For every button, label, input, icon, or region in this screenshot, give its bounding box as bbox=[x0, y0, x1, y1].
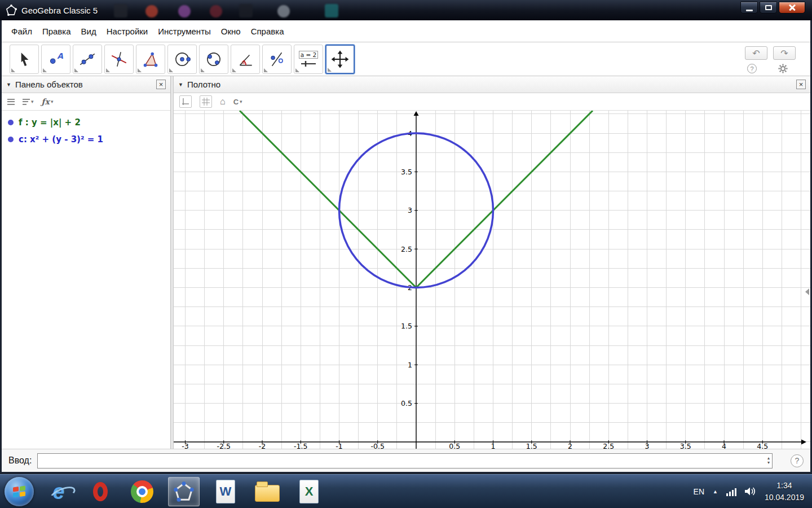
input-history-spinner[interactable]: ▴ ▾ bbox=[767, 456, 770, 465]
tray-expand-icon[interactable]: ▲ bbox=[713, 489, 718, 494]
word-icon: W bbox=[216, 480, 235, 503]
glass-artifact bbox=[114, 4, 127, 17]
input-help-button[interactable]: ? bbox=[791, 454, 804, 467]
svg-text:1: 1 bbox=[408, 361, 412, 369]
menu-settings[interactable]: Настройки bbox=[102, 23, 153, 40]
geogebra-window: GeoGebra Classic 5 Файл Правка Вид Настр… bbox=[0, 0, 812, 508]
sort-objects-button[interactable]: ▾ bbox=[23, 99, 34, 105]
angle-icon: α bbox=[236, 50, 255, 69]
svg-text:2: 2 bbox=[568, 442, 572, 449]
graph-plot[interactable]: -3-2.5-2-1.5-1-0.50.511.522.533.544.50.5… bbox=[174, 111, 810, 449]
graphics-panel-header: ▼ Полотно × bbox=[174, 76, 810, 93]
maximize-button[interactable] bbox=[760, 2, 777, 14]
taskbar-excel[interactable]: X bbox=[293, 477, 325, 506]
menu-view[interactable]: Вид bbox=[76, 23, 102, 40]
taskbar-word[interactable]: W bbox=[210, 477, 241, 506]
glass-artifact bbox=[210, 5, 222, 17]
undo-button[interactable]: ↶ bbox=[745, 46, 767, 60]
graphics-panel: ▼ Полотно × bbox=[174, 76, 810, 449]
taskbar-internet-explorer[interactable]: e bbox=[43, 477, 74, 506]
svg-text:-0.5: -0.5 bbox=[371, 442, 385, 449]
move-graphics-view-tool[interactable] bbox=[325, 45, 355, 74]
folder-icon bbox=[255, 485, 280, 502]
object-list: f : y = |x| + 2 c: x² + (y - 3)² = 1 bbox=[2, 111, 170, 148]
object-equation: c: x² + (y - 3)² = 1 bbox=[19, 134, 103, 144]
show-grid-button[interactable] bbox=[200, 95, 212, 108]
graphics-close-button[interactable]: × bbox=[796, 80, 806, 89]
menu-window[interactable]: Окно bbox=[216, 23, 246, 40]
help-icon[interactable]: ? bbox=[747, 64, 757, 73]
opera-icon bbox=[93, 482, 108, 501]
network-icon[interactable] bbox=[726, 487, 736, 496]
volume-icon[interactable] bbox=[745, 487, 756, 496]
clock[interactable]: 1:34 10.04.2019 bbox=[765, 480, 804, 503]
circle-icon bbox=[173, 50, 192, 69]
reflection-tool[interactable] bbox=[262, 45, 292, 74]
fx-format-button[interactable]: ƒx ▾ bbox=[42, 97, 54, 106]
toolbar: A bbox=[2, 42, 810, 76]
taskbar-geogebra-active[interactable] bbox=[168, 477, 200, 506]
svg-text:1.5: 1.5 bbox=[526, 442, 537, 449]
standard-view-button[interactable]: ⌂ bbox=[220, 97, 226, 107]
slider-tool-label: a = 2 bbox=[299, 51, 319, 59]
svg-text:1.5: 1.5 bbox=[401, 322, 412, 330]
minimize-button[interactable] bbox=[740, 2, 758, 14]
menu-file[interactable]: Файл bbox=[6, 23, 37, 40]
start-button[interactable] bbox=[5, 477, 34, 506]
algebra-panel: ▼ Панель объектов × ▾ ƒx ▾ f : y = |x| bbox=[2, 76, 171, 449]
language-indicator[interactable]: EN bbox=[694, 487, 704, 496]
circle-center-point-tool[interactable] bbox=[167, 45, 197, 74]
object-row-c[interactable]: c: x² + (y - 3)² = 1 bbox=[2, 131, 170, 148]
taskbar-opera[interactable] bbox=[85, 477, 116, 506]
geogebra-icon bbox=[173, 481, 195, 502]
redo-button[interactable]: ↷ bbox=[773, 46, 796, 60]
svg-text:1: 1 bbox=[491, 442, 496, 449]
minimize-icon bbox=[746, 10, 753, 11]
angle-tool[interactable]: α bbox=[231, 45, 260, 74]
input-bar: Ввод: ▴ ▾ ? bbox=[2, 449, 810, 472]
menu-tools[interactable]: Инструменты bbox=[153, 23, 216, 40]
menu-edit[interactable]: Правка bbox=[37, 23, 76, 40]
svg-text:-3: -3 bbox=[182, 442, 188, 449]
geogebra-logo-icon bbox=[6, 5, 17, 16]
auxiliary-objects-icon[interactable] bbox=[7, 99, 15, 105]
svg-text:-2.5: -2.5 bbox=[217, 442, 231, 449]
point-icon: A bbox=[46, 50, 65, 69]
conic-tool[interactable] bbox=[199, 45, 228, 74]
slider-tool[interactable]: a = 2 bbox=[294, 45, 323, 74]
show-axes-button[interactable] bbox=[179, 95, 192, 108]
svg-text:0.5: 0.5 bbox=[449, 442, 460, 449]
command-input[interactable] bbox=[37, 453, 773, 468]
object-visibility-dot[interactable] bbox=[8, 137, 14, 142]
collapse-handle-icon[interactable] bbox=[805, 288, 809, 295]
point-capturing-button[interactable]: C ▾ bbox=[233, 98, 242, 106]
algebra-close-button[interactable]: × bbox=[156, 80, 166, 89]
cursor-icon bbox=[15, 50, 34, 69]
collapse-caret-icon[interactable]: ▼ bbox=[178, 82, 183, 87]
line-icon bbox=[78, 50, 97, 69]
menu-bar: Файл Правка Вид Настройки Инструменты Ок… bbox=[2, 20, 810, 42]
menu-help[interactable]: Справка bbox=[246, 23, 289, 40]
svg-text:3: 3 bbox=[408, 206, 412, 214]
collapse-caret-icon[interactable]: ▼ bbox=[6, 82, 11, 87]
polygon-tool[interactable] bbox=[136, 45, 165, 74]
point-tool[interactable]: A bbox=[41, 45, 70, 74]
taskbar-chrome[interactable] bbox=[126, 477, 158, 506]
object-visibility-dot[interactable] bbox=[8, 120, 14, 125]
perpendicular-line-tool[interactable] bbox=[104, 45, 134, 74]
graphics-canvas[interactable]: -3-2.5-2-1.5-1-0.50.511.522.533.544.50.5… bbox=[174, 111, 810, 449]
close-button[interactable] bbox=[779, 2, 805, 14]
toolbar-utility-icons: ? bbox=[747, 64, 788, 73]
move-select-tool[interactable] bbox=[10, 45, 39, 74]
windows-logo-icon bbox=[13, 485, 25, 497]
taskbar-folder[interactable] bbox=[251, 477, 283, 506]
graphics-panel-title: Полотно bbox=[187, 80, 220, 89]
slider-icon: a = 2 bbox=[299, 51, 319, 67]
time: 1:34 bbox=[765, 480, 804, 492]
object-row-f[interactable]: f : y = |x| + 2 bbox=[2, 114, 170, 131]
grid-icon bbox=[202, 98, 210, 106]
svg-text:2.5: 2.5 bbox=[401, 245, 412, 253]
svg-text:3.5: 3.5 bbox=[401, 168, 412, 176]
gear-icon[interactable] bbox=[778, 64, 788, 73]
line-tool[interactable] bbox=[73, 45, 102, 74]
